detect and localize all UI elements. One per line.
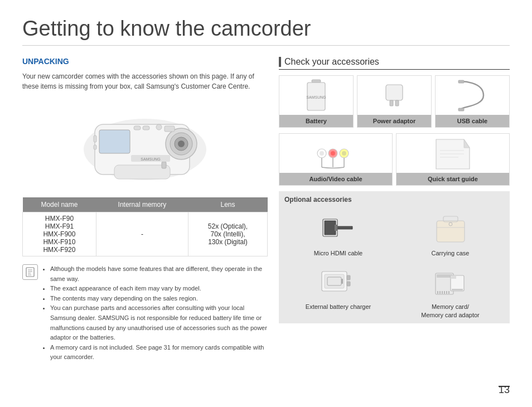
svg-rect-44 [335, 225, 337, 231]
page-title: Getting to know the camcorder [22, 17, 510, 46]
battery-image: SAMSUNG [279, 76, 353, 115]
micro-hdmi-label: Micro HDMI cable [284, 249, 392, 257]
power-adaptor-image [357, 76, 431, 115]
table-header-model: Model name [23, 197, 96, 212]
svg-rect-13 [162, 162, 166, 168]
svg-rect-17 [26, 268, 34, 277]
quick-guide-label: Quick start guide [396, 173, 509, 185]
svg-marker-66 [451, 275, 456, 279]
optional-carrying-case: Carrying case [396, 208, 504, 257]
note-item: Although the models have some features t… [50, 264, 268, 284]
optional-memory-card: Memory card/Memory card adaptor [396, 261, 504, 319]
svg-point-35 [342, 151, 346, 156]
note-item: A memory card is not included. See page … [50, 343, 268, 362]
svg-rect-46 [437, 221, 465, 242]
lens-value: 52x (Optical),70x (Intelli),130x (Digita… [188, 212, 267, 256]
model-names: HMX-F90HMX-F91HMX-F900HMX-F910HMX-F920 [23, 212, 96, 256]
accessory-battery: SAMSUNG Battery [279, 75, 354, 128]
av-cable-image [279, 134, 392, 173]
right-column: Check your accessories SAMSUNG Battery [279, 57, 510, 362]
note-item: You can purchase parts and accessories a… [50, 303, 268, 342]
svg-rect-10 [94, 135, 96, 142]
note-item: The exact appearance of each item may va… [50, 284, 268, 294]
optional-section: Optional accessories Micro HDMI cable [279, 191, 510, 323]
accessory-power-adaptor: Power adaptor [357, 75, 432, 128]
power-adaptor-label: Power adaptor [357, 115, 431, 127]
usb-cable-image [436, 76, 509, 115]
svg-rect-16 [165, 126, 175, 132]
svg-rect-22 [312, 80, 321, 83]
accessory-usb-cable: USB cable [435, 75, 510, 128]
check-accessories-title: Check your accessories [279, 57, 510, 70]
model-table: Model name Internal memory Lens HMX-F90H… [22, 197, 268, 256]
memory-value: - [96, 212, 188, 256]
svg-rect-57 [437, 274, 452, 278]
svg-rect-27 [395, 100, 399, 106]
optional-micro-hdmi: Micro HDMI cable [284, 208, 392, 257]
svg-rect-55 [341, 279, 343, 284]
svg-rect-11 [94, 145, 96, 149]
table-row: HMX-F90HMX-F91HMX-F900HMX-F910HMX-F920 -… [23, 212, 268, 256]
svg-rect-6 [99, 130, 130, 153]
svg-point-9 [156, 124, 162, 130]
optional-battery-charger: External battery charger [284, 261, 392, 319]
svg-rect-8 [143, 126, 149, 130]
note-icon [22, 264, 38, 280]
svg-point-31 [320, 151, 324, 156]
svg-rect-52 [347, 275, 350, 280]
table-header-lens: Lens [188, 197, 267, 212]
av-cable-label: Audio/Video cable [279, 173, 392, 185]
svg-marker-40 [464, 139, 470, 148]
memory-card-label: Memory card/Memory card adaptor [396, 303, 504, 319]
accessories-grid-bottom: Audio/Video cable Quick start guide [279, 133, 510, 186]
svg-point-5 [178, 140, 185, 147]
battery-label: Battery [279, 115, 353, 127]
carrying-case-image [396, 208, 504, 247]
svg-rect-53 [347, 282, 350, 286]
unpacking-title: UNPACKING [22, 57, 268, 66]
unpacking-intro: Your new camcorder comes with the access… [22, 71, 268, 91]
battery-charger-label: External battery charger [284, 303, 392, 311]
svg-text:SAMSUNG: SAMSUNG [306, 95, 326, 99]
svg-text:SAMSUNG: SAMSUNG [141, 157, 160, 161]
svg-rect-26 [390, 100, 393, 106]
camcorder-image: SAMSUNG [78, 99, 212, 188]
notes-list: Although the models have some features t… [42, 264, 268, 362]
note-item: The contents may vary depending on the s… [50, 294, 268, 304]
svg-rect-29 [458, 108, 464, 111]
micro-hdmi-image [284, 208, 392, 247]
accessories-grid-top: SAMSUNG Battery Power adaptor [279, 75, 510, 128]
svg-rect-25 [386, 85, 403, 100]
accessory-av-cable: Audio/Video cable [279, 133, 393, 186]
svg-rect-7 [134, 126, 141, 130]
table-header-memory: Internal memory [96, 197, 188, 212]
carrying-case-label: Carrying case [396, 249, 504, 257]
svg-point-33 [331, 151, 335, 156]
usb-cable-label: USB cable [436, 115, 509, 127]
notes-section: Although the models have some features t… [22, 264, 268, 362]
svg-rect-65 [452, 289, 463, 290]
page-number: 13 [499, 384, 510, 396]
optional-grid: Micro HDMI cable Carrying case [284, 208, 504, 319]
memory-card-image [396, 261, 504, 301]
optional-title: Optional accessories [284, 196, 504, 204]
svg-rect-28 [458, 80, 464, 83]
accessory-quick-guide: Quick start guide [396, 133, 510, 186]
quick-guide-image [396, 134, 509, 173]
left-column: UNPACKING Your new camcorder comes with … [22, 57, 268, 362]
battery-charger-image [284, 261, 392, 301]
